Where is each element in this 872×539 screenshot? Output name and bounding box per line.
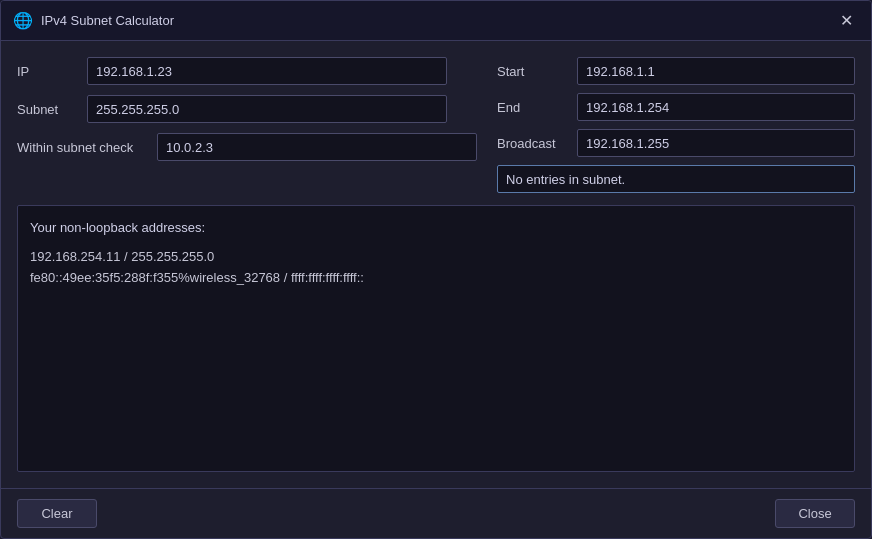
- within-subnet-result: No entries in subnet.: [497, 165, 855, 193]
- broadcast-label: Broadcast: [497, 136, 567, 151]
- clear-button[interactable]: Clear: [17, 499, 97, 528]
- window-title: IPv4 Subnet Calculator: [41, 13, 174, 28]
- start-row: Start: [497, 57, 855, 85]
- left-form: IP Subnet Within subnet check: [17, 57, 477, 193]
- window-close-button[interactable]: ✕: [834, 9, 859, 32]
- app-icon: 🌐: [13, 11, 33, 31]
- info-area: Your non-loopback addresses: 192.168.254…: [17, 205, 855, 472]
- broadcast-row: Broadcast: [497, 129, 855, 157]
- subnet-input[interactable]: [87, 95, 447, 123]
- subnet-label: Subnet: [17, 102, 77, 117]
- content-area: IP Subnet Within subnet check Star: [1, 41, 871, 488]
- title-bar: 🌐 IPv4 Subnet Calculator ✕: [1, 1, 871, 41]
- within-subnet-input[interactable]: [157, 133, 477, 161]
- end-input[interactable]: [577, 93, 855, 121]
- end-label: End: [497, 100, 567, 115]
- close-button[interactable]: Close: [775, 499, 855, 528]
- start-label: Start: [497, 64, 567, 79]
- footer: Clear Close: [1, 488, 871, 538]
- form-section: IP Subnet Within subnet check Star: [17, 57, 855, 193]
- main-window: 🌐 IPv4 Subnet Calculator ✕ IP Subnet: [0, 0, 872, 539]
- right-form: Start End Broadcast No entries in subnet…: [497, 57, 855, 193]
- within-subnet-row: Within subnet check: [17, 133, 477, 161]
- info-heading: Your non-loopback addresses:: [30, 218, 842, 239]
- info-entry-2: fe80::49ee:35f5:288f:f355%wireless_32768…: [30, 268, 842, 289]
- ip-row: IP: [17, 57, 477, 85]
- within-subnet-label: Within subnet check: [17, 140, 147, 155]
- start-input[interactable]: [577, 57, 855, 85]
- end-row: End: [497, 93, 855, 121]
- info-entry-1: 192.168.254.11 / 255.255.255.0: [30, 247, 842, 268]
- broadcast-input[interactable]: [577, 129, 855, 157]
- subnet-row: Subnet: [17, 95, 477, 123]
- within-subnet-result-row: No entries in subnet.: [497, 165, 855, 193]
- ip-label: IP: [17, 64, 77, 79]
- title-bar-left: 🌐 IPv4 Subnet Calculator: [13, 11, 174, 31]
- ip-input[interactable]: [87, 57, 447, 85]
